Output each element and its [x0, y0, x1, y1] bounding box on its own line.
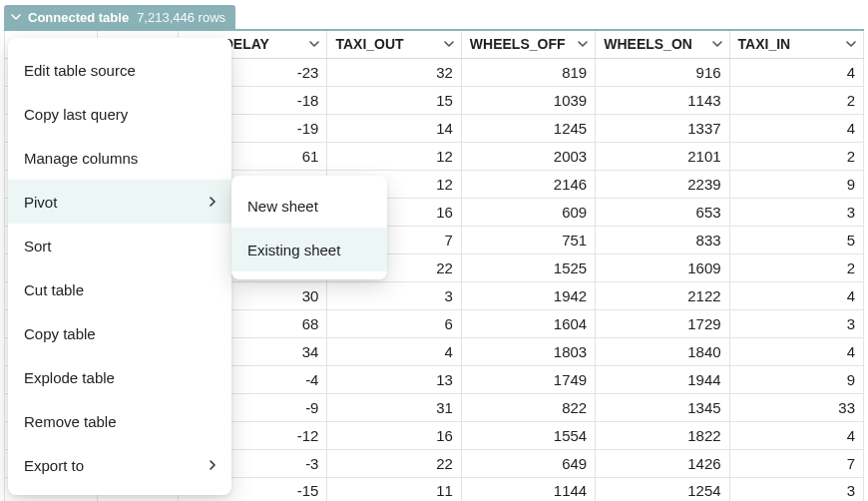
menu-item-remove-table[interactable]: Remove table	[8, 399, 231, 443]
col-header-taxi-in[interactable]: TAXI_IN	[729, 30, 863, 58]
menu-item-export-to[interactable]: Export to	[8, 443, 231, 487]
cell[interactable]: 819	[461, 58, 595, 86]
cell[interactable]: 2146	[461, 170, 595, 198]
cell[interactable]: 12	[327, 142, 461, 170]
submenu-item-existing-sheet[interactable]: Existing sheet	[231, 228, 387, 271]
menu-item-label: Explode table	[24, 369, 115, 386]
menu-item-label: Pivot	[24, 194, 57, 211]
submenu-item-new-sheet[interactable]: New sheet	[231, 184, 387, 228]
cell[interactable]: 1254	[596, 477, 729, 501]
menu-item-copy-table[interactable]: Copy table	[8, 311, 231, 355]
cell[interactable]: 1729	[596, 309, 729, 337]
chevron-right-icon	[208, 197, 217, 207]
cell[interactable]: 2003	[461, 142, 595, 170]
cell[interactable]: 2	[729, 253, 863, 281]
cell[interactable]: 2239	[596, 170, 729, 198]
col-header-wheels-on[interactable]: WHEELS_ON	[596, 30, 729, 58]
cell[interactable]: 13	[327, 365, 461, 393]
cell[interactable]: 649	[461, 449, 595, 477]
chevron-right-icon	[208, 460, 217, 470]
menu-item-label: Edit table source	[24, 62, 136, 79]
cell[interactable]: 1245	[461, 114, 595, 142]
cell[interactable]: 1525	[461, 253, 595, 281]
context-menu: Edit table source Copy last query Manage…	[8, 38, 231, 495]
menu-item-explode-table[interactable]: Explode table	[8, 355, 231, 399]
menu-item-label: New sheet	[247, 198, 318, 215]
col-header-wheels-off[interactable]: WHEELS_OFF	[461, 30, 595, 58]
cell[interactable]: 14	[327, 114, 461, 142]
cell[interactable]: 31	[327, 393, 461, 421]
chevron-down-icon	[443, 38, 455, 50]
cell[interactable]: 916	[596, 58, 729, 86]
connected-table-header[interactable]: Connected table 7,213,446 rows	[4, 5, 235, 29]
cell[interactable]: 15	[327, 86, 461, 114]
cell[interactable]: 4	[729, 337, 863, 365]
cell[interactable]: 1803	[461, 337, 595, 365]
cell[interactable]: 9	[729, 365, 863, 393]
cell[interactable]: 2101	[596, 142, 729, 170]
menu-item-cut-table[interactable]: Cut table	[8, 267, 231, 311]
chevron-down-icon	[10, 11, 22, 23]
cell[interactable]: 1942	[461, 281, 595, 309]
cell[interactable]: 22	[327, 449, 461, 477]
col-header-label: TAXI_OUT	[335, 36, 403, 52]
cell[interactable]: 2	[729, 142, 863, 170]
cell[interactable]: 7	[729, 449, 863, 477]
cell[interactable]: 1604	[461, 309, 595, 337]
cell[interactable]: 3	[729, 477, 863, 501]
cell[interactable]: 1144	[461, 477, 595, 501]
cell[interactable]: 4	[729, 114, 863, 142]
cell[interactable]: 833	[596, 226, 729, 253]
cell[interactable]: 751	[461, 226, 595, 253]
menu-item-label: Remove table	[24, 413, 117, 430]
connected-table-title: Connected table	[28, 10, 129, 25]
col-header-taxi-out[interactable]: TAXI_OUT	[327, 30, 461, 58]
pivot-submenu: New sheet Existing sheet	[231, 176, 387, 279]
cell[interactable]: 2122	[596, 281, 729, 309]
cell[interactable]: 1143	[596, 86, 729, 114]
cell[interactable]: 1039	[461, 86, 595, 114]
menu-item-pivot[interactable]: Pivot	[8, 180, 231, 224]
cell[interactable]: 3	[327, 281, 461, 309]
cell[interactable]: 3	[729, 309, 863, 337]
col-header-label: TAXI_IN	[738, 36, 791, 52]
cell[interactable]: 16	[327, 421, 461, 449]
cell[interactable]: 4	[729, 58, 863, 86]
cell[interactable]: 3	[729, 198, 863, 226]
cell[interactable]: 609	[461, 198, 595, 226]
cell[interactable]: 9	[729, 170, 863, 198]
col-header-label: WHEELS_ON	[604, 36, 692, 52]
chevron-down-icon	[711, 38, 723, 50]
cell[interactable]: 1749	[461, 365, 595, 393]
menu-item-label: Export to	[24, 457, 84, 474]
cell[interactable]: 4	[327, 337, 461, 365]
cell[interactable]: 1426	[596, 449, 729, 477]
cell[interactable]: 822	[461, 393, 595, 421]
cell[interactable]: 1337	[596, 114, 729, 142]
menu-item-label: Copy last query	[24, 106, 128, 123]
menu-item-sort[interactable]: Sort	[8, 224, 231, 267]
cell[interactable]: 1609	[596, 253, 729, 281]
menu-item-label: Copy table	[24, 325, 96, 342]
connected-table-rowcount: 7,213,446 rows	[137, 10, 225, 25]
cell[interactable]: 5	[729, 226, 863, 253]
cell[interactable]: 1822	[596, 421, 729, 449]
menu-item-label: Cut table	[24, 281, 84, 298]
cell[interactable]: 1554	[461, 421, 595, 449]
menu-item-manage-columns[interactable]: Manage columns	[8, 136, 231, 180]
cell[interactable]: 1345	[596, 393, 729, 421]
cell[interactable]: 2	[729, 86, 863, 114]
cell[interactable]: 1944	[596, 365, 729, 393]
menu-item-edit-table-source[interactable]: Edit table source	[8, 48, 231, 92]
cell[interactable]: 6	[327, 309, 461, 337]
menu-item-label: Manage columns	[24, 150, 138, 167]
cell[interactable]: 653	[596, 198, 729, 226]
cell[interactable]: 11	[327, 477, 461, 501]
cell[interactable]: 32	[327, 58, 461, 86]
chevron-down-icon	[845, 38, 857, 50]
cell[interactable]: 33	[729, 393, 863, 421]
cell[interactable]: 1840	[596, 337, 729, 365]
cell[interactable]: 4	[729, 421, 863, 449]
menu-item-copy-last-query[interactable]: Copy last query	[8, 92, 231, 136]
cell[interactable]: 4	[729, 281, 863, 309]
